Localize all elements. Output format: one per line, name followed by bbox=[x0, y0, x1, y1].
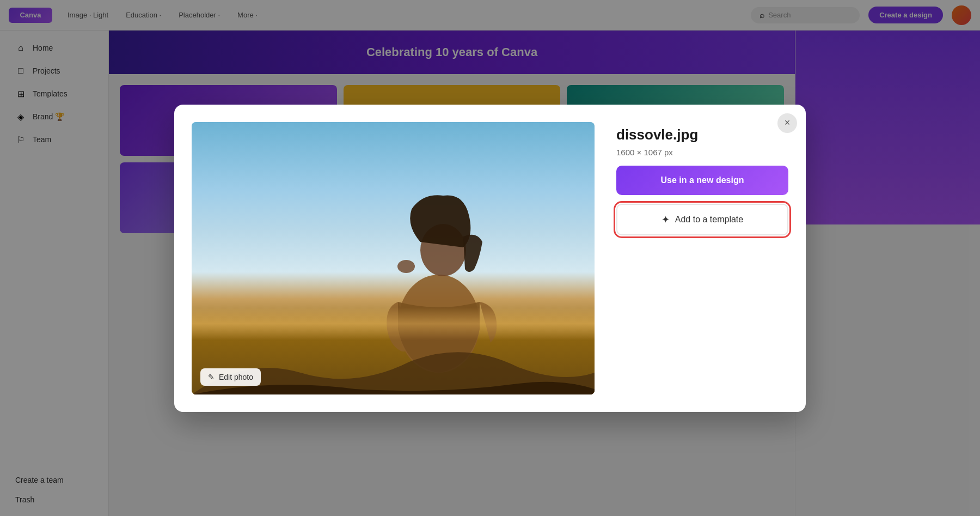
modal-image-preview: ✎ Edit photo bbox=[192, 122, 595, 394]
svg-point-2 bbox=[397, 260, 415, 273]
modal-image-inner bbox=[192, 122, 595, 394]
modal-dimensions: 1600 × 1067 px bbox=[616, 148, 788, 157]
modal-filename: dissovle.jpg bbox=[616, 126, 788, 143]
sparkle-icon: ✦ bbox=[661, 214, 670, 226]
add-to-template-button[interactable]: ✦ Add to a template bbox=[616, 204, 788, 235]
modal-close-button[interactable]: × bbox=[777, 113, 797, 133]
close-icon: × bbox=[785, 117, 791, 129]
horizon-glow bbox=[192, 307, 595, 340]
modal-info-panel: dissovle.jpg 1600 × 1067 px Use in a new… bbox=[616, 122, 788, 394]
edit-photo-icon: ✎ bbox=[208, 373, 215, 381]
edit-photo-label: Edit photo bbox=[219, 373, 253, 381]
modal-dialog: × bbox=[174, 105, 806, 412]
use-in-new-design-button[interactable]: Use in a new design bbox=[616, 166, 788, 195]
edit-photo-button[interactable]: ✎ Edit photo bbox=[200, 368, 261, 386]
add-template-label: Add to a template bbox=[675, 215, 743, 224]
